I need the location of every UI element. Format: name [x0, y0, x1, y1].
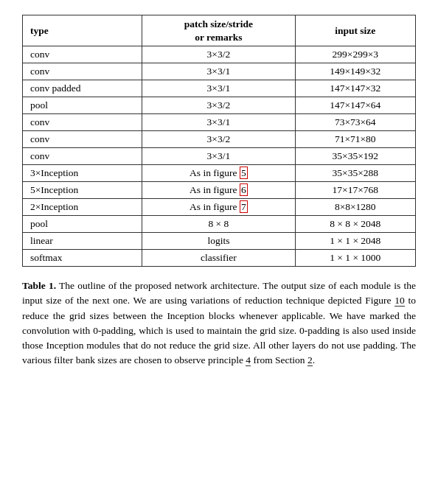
cell-patch: 3×3/1 — [142, 148, 295, 165]
table-row: conv3×3/2299×299×3 — [23, 46, 416, 63]
cell-input: 35×35×288 — [295, 165, 415, 182]
caption-text1: The outline of the proposed network arch… — [22, 280, 416, 306]
caption-link-2[interactable]: 2 — [307, 354, 313, 366]
caption-label: Table 1. — [22, 280, 56, 291]
cell-input: 1 × 1 × 1000 — [295, 250, 415, 267]
architecture-table-container: type patch size/stride or remarks input … — [22, 15, 416, 267]
table-row: conv3×3/1149×149×32 — [23, 63, 416, 80]
cell-type: conv padded — [23, 80, 142, 97]
cell-type: softmax — [23, 250, 142, 267]
table-row: softmaxclassifier1 × 1 × 1000 — [23, 250, 416, 267]
cell-type: 5×Inception — [23, 182, 142, 199]
table-caption: Table 1. The outline of the proposed net… — [22, 279, 416, 368]
cell-type: conv — [23, 46, 142, 63]
cell-type: pool — [23, 216, 142, 233]
cell-type: 2×Inception — [23, 199, 142, 216]
table-row: conv3×3/135×35×192 — [23, 148, 416, 165]
caption-text3: from Section — [251, 354, 307, 365]
table-row: conv3×3/271×71×80 — [23, 131, 416, 148]
cell-patch: 3×3/1 — [142, 114, 295, 131]
table-row: conv3×3/173×73×64 — [23, 114, 416, 131]
figure-link-7[interactable]: 7 — [240, 200, 248, 213]
cell-input: 8×8×1280 — [295, 199, 415, 216]
cell-input: 1 × 1 × 2048 — [295, 233, 415, 250]
table-row: pool3×3/2147×147×64 — [23, 97, 416, 114]
cell-patch: As in figure 6 — [142, 182, 295, 199]
cell-patch: 3×3/2 — [142, 131, 295, 148]
figure-link-5[interactable]: 5 — [240, 167, 248, 179]
cell-type: pool — [23, 97, 142, 114]
header-patch-line1: patch size/stride — [184, 18, 253, 29]
cell-input: 147×147×64 — [295, 97, 415, 114]
cell-patch: 8 × 8 — [142, 216, 295, 233]
cell-input: 147×147×32 — [295, 80, 415, 97]
cell-input: 71×71×80 — [295, 131, 415, 148]
cell-input: 73×73×64 — [295, 114, 415, 131]
architecture-table: type patch size/stride or remarks input … — [22, 15, 416, 267]
figure-link-6[interactable]: 6 — [240, 183, 248, 196]
cell-type: 3×Inception — [23, 165, 142, 182]
cell-patch: logits — [142, 233, 295, 250]
cell-type: conv — [23, 114, 142, 131]
caption-text4: . — [313, 354, 315, 365]
cell-input: 149×149×32 — [295, 63, 415, 80]
cell-patch: 3×3/1 — [142, 80, 295, 97]
table-row: linearlogits1 × 1 × 2048 — [23, 233, 416, 250]
table-row: pool8 × 88 × 8 × 2048 — [23, 216, 416, 233]
cell-type: conv — [23, 148, 142, 165]
table-row: 2×InceptionAs in figure 78×8×1280 — [23, 199, 416, 216]
cell-input: 35×35×192 — [295, 148, 415, 165]
cell-patch: 3×3/2 — [142, 46, 295, 63]
cell-patch: 3×3/1 — [142, 63, 295, 80]
cell-patch: 3×3/2 — [142, 97, 295, 114]
header-type: type — [23, 15, 142, 46]
header-patch-line2: or remarks — [195, 32, 242, 43]
cell-input: 299×299×3 — [295, 46, 415, 63]
cell-type: linear — [23, 233, 142, 250]
table-row: conv padded3×3/1147×147×32 — [23, 80, 416, 97]
cell-patch: As in figure 5 — [142, 165, 295, 182]
header-patch: patch size/stride or remarks — [142, 15, 295, 46]
table-row: 5×InceptionAs in figure 617×17×768 — [23, 182, 416, 199]
cell-input: 17×17×768 — [295, 182, 415, 199]
cell-input: 8 × 8 × 2048 — [295, 216, 415, 233]
header-input: input size — [295, 15, 415, 46]
cell-patch: classifier — [142, 250, 295, 267]
cell-patch: As in figure 7 — [142, 199, 295, 216]
caption-link-10[interactable]: 10 — [394, 295, 405, 307]
cell-type: conv — [23, 131, 142, 148]
cell-type: conv — [23, 63, 142, 80]
table-row: 3×InceptionAs in figure 535×35×288 — [23, 165, 416, 182]
